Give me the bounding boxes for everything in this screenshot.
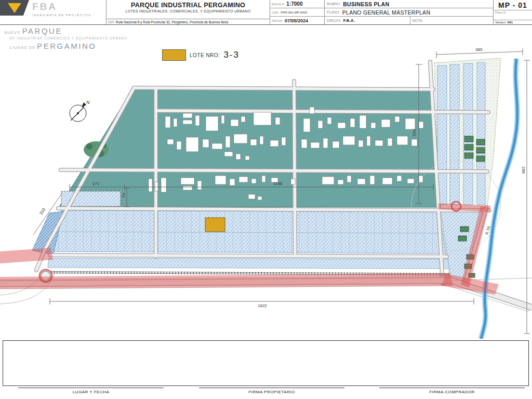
title-block: FBA INGENIERIA DE PROYECTOS PARQUE INDUS… <box>0 0 532 25</box>
highlight-lot-3-3 <box>205 218 225 232</box>
sheet-number: MP - 01 <box>494 0 532 10</box>
meta-cell: ESCALA: 1:7000 CAD: PPR-001-MP-0429 FECH… <box>270 0 325 24</box>
rubro-row: RUBRO: BUSINESS PLAN <box>325 0 493 8</box>
dim-1188: 1188 <box>273 181 283 186</box>
watermark-nuevo: NUEVO <box>4 30 21 35</box>
escala-value: 1:7000 <box>286 1 302 7</box>
sheet-cell: MP - 01 Plano N° Version A01 <box>494 0 532 24</box>
rubro-label: RUBRO: <box>327 2 341 6</box>
dim-1622: 1622 <box>258 303 267 308</box>
north-compass-icon: N <box>70 100 90 122</box>
dim-70: 70 <box>122 193 126 198</box>
site-plan: N 385 534 882 171 70 1188 310 1622 R.TA. <box>0 25 532 339</box>
signature-line-comprador: FIRMA COMPRADOR <box>379 388 525 394</box>
sheet-version-row: Version A01 <box>494 20 532 24</box>
project-title: PARQUE INDUSTRIAL PERGAMINO <box>107 0 270 9</box>
watermark-line3: CIUDAD DEPERGAMINO <box>9 42 127 51</box>
dim-310: 310 <box>38 207 46 216</box>
watermark-ciudad-de: CIUDAD DE <box>9 45 35 50</box>
nota-label: NOTA: <box>413 19 423 22</box>
fecha-value: 07/05/2024 <box>285 18 308 23</box>
logo-block: FBA INGENIERIA DE PROYECTOS <box>0 0 107 24</box>
project-address: DIR:Ruta Nacional 8 y Ruta Provincial 32… <box>107 19 270 24</box>
signature-line-propietario: FIRMA PROPIETARIO <box>199 388 344 394</box>
dibujo-value: F.B.A. <box>343 18 355 23</box>
project-subtitle: LOTES INDUSTRIALES, COMERCIALES, Y EQUIP… <box>107 9 270 13</box>
dibujo-nota-row: DIBUJO: F.B.A. NOTA: <box>325 17 493 24</box>
watermark-pergamino: PERGAMINO <box>37 42 96 50</box>
logo-brand: FBA <box>32 1 91 12</box>
watermark-line2: DE INDUSTRIAS COMERCIOS Y EQUIPAMIENTO U… <box>9 36 127 40</box>
watermark-parque: PARQUE <box>22 26 62 35</box>
signature-box <box>3 340 529 386</box>
plano-value: PLANO GENERAL MASTERPLAN <box>342 9 431 16</box>
lot-color-swatch <box>162 49 186 61</box>
cad-value: PPR-001-MP-0429 <box>281 11 307 14</box>
plano-label: PLANO: <box>327 10 340 14</box>
version-label: Version <box>495 21 506 24</box>
escala-label: ESCALA: <box>272 3 285 6</box>
cad-label: CAD: <box>272 11 279 14</box>
fba-logo-icon <box>0 0 29 16</box>
info-cell: RUBRO: BUSINESS PLAN PLANO: PLANO GENERA… <box>325 0 494 24</box>
fecha-row: FECHA: 07/05/2024 <box>270 17 324 24</box>
logo-tagline: INGENIERIA DE PROYECTOS <box>32 14 91 17</box>
watermark-line1: NUEVOPARQUE <box>4 26 127 36</box>
plano-row: PLANO: PLANO GENERAL MASTERPLAN <box>325 8 493 17</box>
lot-legend-label: LOTE NRO: <box>190 52 220 58</box>
project-title-cell: PARQUE INDUSTRIAL PERGAMINO LOTES INDUST… <box>107 0 270 24</box>
dim-171: 171 <box>92 181 100 186</box>
lot-legend: LOTE NRO: 3-3 <box>162 49 240 61</box>
project-watermark: NUEVOPARQUE DE INDUSTRIAS COMERCIOS Y EQ… <box>4 26 127 51</box>
dir-value: Ruta Nacional 8 y Ruta Provincial 32, Pe… <box>116 20 229 24</box>
rubro-value: BUSINESS PLAN <box>343 1 389 7</box>
fecha-label: FECHA: <box>272 19 283 22</box>
dibujo-label: DIBUJO: <box>327 19 341 22</box>
scale-row: ESCALA: 1:7000 <box>270 0 324 8</box>
signature-line-lugar-fecha: LUGAR Y FECHA <box>18 388 164 394</box>
dibujo-half: DIBUJO: F.B.A. <box>325 17 408 24</box>
north-label: N <box>86 100 90 105</box>
lot-legend-value: 3-3 <box>223 50 240 60</box>
dim-385: 385 <box>475 47 483 52</box>
dir-label: DIR: <box>108 20 115 24</box>
sheet-plano-n-label: Plano N° <box>494 10 532 15</box>
masterplan-sheet: FBA INGENIERIA DE PROYECTOS PARQUE INDUS… <box>0 0 532 399</box>
industrial-zone <box>59 87 441 207</box>
version-value: A01 <box>507 21 513 24</box>
nota-half: NOTA: <box>410 17 494 24</box>
dim-534: 534 <box>412 129 417 136</box>
dim-882: 882 <box>521 166 526 174</box>
cad-row: CAD: PPR-001-MP-0429 <box>270 8 324 17</box>
